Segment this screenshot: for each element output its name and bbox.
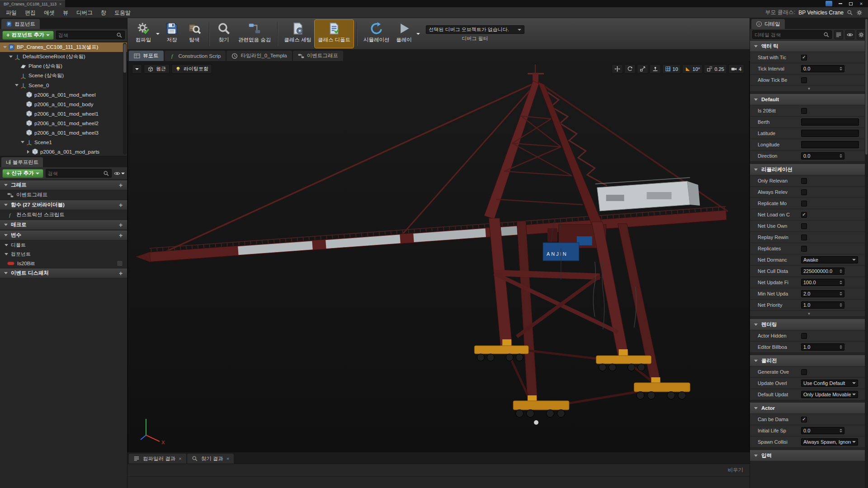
viewport-3d[interactable]: ANJIN xyxy=(127,61,750,452)
checkbox[interactable] xyxy=(801,369,807,375)
display-filter-button[interactable] xyxy=(845,30,854,39)
move-button[interactable] xyxy=(612,64,623,74)
add-component-button[interactable]: + 컴포넌트 추가 xyxy=(2,31,54,40)
spinner-icon[interactable] xyxy=(840,67,842,70)
number-field[interactable]: 1.0 xyxy=(801,301,844,309)
bottom-tab-compiler[interactable]: 컴파일러 결과× xyxy=(129,454,186,464)
toolbar-button-play[interactable]: 플레이 xyxy=(393,20,415,48)
expander-icon[interactable] xyxy=(753,455,759,457)
add-icon[interactable]: + xyxy=(117,270,124,277)
details-section-header[interactable]: 렌더링 xyxy=(750,319,868,330)
tree-row[interactable]: Scene_0 xyxy=(0,80,127,90)
details-section-header[interactable]: 리플리케이션 xyxy=(750,164,868,175)
add-icon[interactable]: + xyxy=(117,202,124,208)
scrollbar[interactable] xyxy=(123,43,127,155)
components-search-input[interactable] xyxy=(58,33,116,38)
checkbox[interactable] xyxy=(801,108,807,114)
tab-close-icon[interactable]: × xyxy=(59,2,61,6)
tree-row[interactable]: p2006_a_001_mod_parts xyxy=(0,147,127,156)
spinner-icon[interactable] xyxy=(840,292,842,296)
toolbar-button-simulation[interactable]: 시뮬레이션 xyxy=(360,20,393,48)
add-new-button[interactable]: + 신규 추가 xyxy=(2,169,43,178)
checkbox[interactable]: ✓ xyxy=(801,417,807,422)
toolbar-button-hide-unrelated[interactable]: 관련없음 숨김 xyxy=(235,20,274,48)
expander-icon[interactable] xyxy=(3,272,9,274)
expander-icon[interactable] xyxy=(2,46,8,48)
expander-icon[interactable] xyxy=(753,169,759,171)
settings-button[interactable] xyxy=(857,30,866,39)
checkbox[interactable] xyxy=(801,201,807,206)
blueprint-section-header[interactable]: 이벤트 디스패처+ xyxy=(0,268,127,278)
tree-row[interactable]: p2006_a_001_mod_wheel2 xyxy=(0,118,127,128)
blueprint-item[interactable]: 이벤트그래프 xyxy=(0,190,127,200)
expander-icon[interactable] xyxy=(3,253,9,255)
menu-item[interactable]: 창 xyxy=(97,9,110,16)
expander-icon[interactable] xyxy=(753,324,759,326)
number-field[interactable]: 100.0 xyxy=(801,279,844,286)
blueprint-section-header[interactable]: 함수 (27 오버라이더블)+ xyxy=(0,200,127,210)
checkbox[interactable] xyxy=(801,333,807,339)
spinner-icon[interactable] xyxy=(840,345,842,349)
expander-icon[interactable] xyxy=(8,56,14,58)
tab-components[interactable]: 컴포넌트 xyxy=(1,19,40,29)
checkbox[interactable] xyxy=(801,223,807,229)
minimize-button[interactable] xyxy=(836,1,845,7)
expander-icon[interactable] xyxy=(25,150,31,154)
toolbar-button-find[interactable]: 찾기 xyxy=(212,20,235,48)
tree-row[interactable]: Scene (상속됨) xyxy=(0,71,127,80)
number-field[interactable]: 2.0 xyxy=(801,290,844,297)
blueprint-section-header[interactable]: 매크로+ xyxy=(0,220,127,230)
toolbar-button-compile[interactable]: 컴파일 xyxy=(132,20,155,48)
expander-icon[interactable] xyxy=(3,184,9,186)
close-icon[interactable]: × xyxy=(179,456,181,461)
search-icon[interactable] xyxy=(847,9,853,16)
blueprint-item[interactable]: f컨스트럭션 스크립트 xyxy=(0,210,127,220)
menu-item[interactable]: 편집 xyxy=(21,9,40,16)
checkbox[interactable] xyxy=(801,235,807,240)
surface-snap-button[interactable] xyxy=(650,64,661,74)
number-field[interactable]: 0.0 xyxy=(801,65,844,72)
tree-row[interactable]: Plane (상속됨) xyxy=(0,61,127,71)
details-section-header[interactable]: Default xyxy=(750,94,868,105)
add-icon[interactable]: + xyxy=(117,182,124,188)
number-field[interactable]: 1.0 xyxy=(801,343,844,351)
menu-item[interactable]: 파일 xyxy=(2,9,21,16)
details-section-header[interactable]: 입력 xyxy=(750,450,868,461)
lit-mode-button[interactable]: 라이팅포함 xyxy=(171,64,212,74)
number-field[interactable]: 225000000.0 xyxy=(801,267,844,275)
rotation-snap-button[interactable]: 10° xyxy=(682,64,703,74)
doc-tab-graph[interactable]: 이벤트그래프 xyxy=(293,51,343,61)
variable-editable-checkbox[interactable] xyxy=(117,260,123,267)
tree-row[interactable]: Scene1 xyxy=(0,137,127,147)
expander-icon[interactable] xyxy=(753,360,759,362)
view-options-button[interactable] xyxy=(114,170,125,177)
dropdown[interactable]: Use Config Default xyxy=(801,380,858,387)
expander-icon[interactable] xyxy=(3,234,9,236)
expander-icon[interactable] xyxy=(3,224,9,226)
spinner-icon[interactable] xyxy=(840,154,842,158)
camera-speed-button[interactable]: 4 xyxy=(728,64,744,74)
details-search[interactable] xyxy=(752,30,832,39)
dropdown[interactable]: Only Update Movable xyxy=(801,391,858,398)
blueprint-category[interactable]: 컴포넌트 xyxy=(0,249,127,258)
scale-snap-button[interactable]: 0.25 xyxy=(704,64,726,74)
details-section-header[interactable]: 콜리전 xyxy=(750,355,868,366)
toolbar-button-save[interactable]: 저장 xyxy=(160,20,183,48)
expander-icon[interactable] xyxy=(753,407,759,409)
blueprint-section-header[interactable]: 변수+ xyxy=(0,230,127,240)
number-field[interactable]: 0.0 xyxy=(801,427,844,434)
tree-row[interactable]: p2006_a_001_mod_body xyxy=(0,99,127,109)
details-scrollbar[interactable] xyxy=(865,18,868,488)
spinner-icon[interactable] xyxy=(840,281,842,284)
viewport-options-button[interactable] xyxy=(132,64,142,74)
maximize-button[interactable] xyxy=(846,1,855,7)
tab-my-blueprint[interactable]: 내 블루프린트 xyxy=(1,157,43,167)
add-icon[interactable]: + xyxy=(117,222,124,228)
checkbox[interactable] xyxy=(801,189,807,195)
checkbox[interactable]: ✓ xyxy=(801,55,807,61)
toolbar-button-class-settings[interactable]: 클래스 세팅 xyxy=(281,20,315,48)
toolbar-button-class-defaults[interactable]: 클래스 디폴트 xyxy=(315,20,354,48)
clear-button[interactable]: 비우기 xyxy=(728,467,744,474)
number-field[interactable]: 0.0 xyxy=(801,152,844,160)
checkbox[interactable]: ✓ xyxy=(801,212,807,218)
